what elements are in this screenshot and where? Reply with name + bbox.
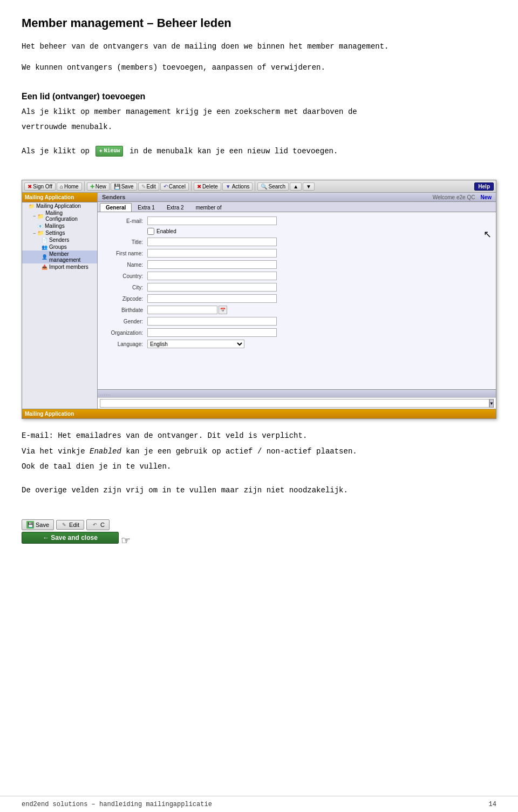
app-sidebar: Mailing Application 📁 Mailing Applicatio… (22, 193, 98, 409)
tab-extra2[interactable]: Extra 2 (161, 203, 190, 212)
save-button[interactable]: 💾 Save (111, 182, 137, 191)
input-birthdate[interactable] (147, 306, 217, 314)
delete-icon: ✖ (197, 184, 201, 190)
edit-button[interactable]: ✎ Edit (138, 182, 159, 191)
label-name: Name: (104, 262, 147, 268)
input-zipcode[interactable] (147, 294, 277, 303)
buttons-image: 💾 Save ✎ Edit ↶ C ← Save and close ☞ (22, 519, 173, 544)
actions-icon: ▼ (226, 184, 231, 190)
main-header: Senders Welcome e2e QC New (98, 193, 496, 202)
form-row-birthdate: Birthdate 📅 (104, 306, 489, 314)
cancel-icon: ↶ (163, 184, 168, 190)
edit-btn[interactable]: ✎ Edit (56, 520, 84, 530)
form-row-city: City: (104, 283, 489, 292)
input-name[interactable] (147, 260, 277, 269)
label-language: Language: (104, 341, 147, 347)
label-country: Country: (104, 273, 147, 279)
help-button[interactable]: Help (474, 182, 494, 191)
input-city[interactable] (147, 283, 277, 292)
folder-icon: 📁 (29, 204, 35, 209)
sidebar-item-import-members[interactable]: 📥 Import members (22, 263, 97, 270)
item-icon-senders: 📄 (42, 238, 47, 243)
select-language[interactable]: English Dutch French German (147, 340, 244, 348)
search-icon: 🔍 (261, 184, 267, 190)
top-buttons-row: 💾 Save ✎ Edit ↶ C (22, 519, 173, 530)
sign-off-icon: ✖ (28, 184, 32, 190)
label-organization: Organization: (104, 330, 147, 336)
sidebar-item-settings[interactable]: − 📁 Settings (22, 229, 97, 236)
new-badge: New (480, 194, 492, 200)
sign-off-button[interactable]: ✖ Sign Off (24, 182, 56, 191)
save-and-close-btn[interactable]: ← Save and close (22, 532, 119, 544)
input-firstname[interactable] (147, 249, 277, 258)
tab-bar: General Extra 1 Extra 2 member of (98, 202, 496, 212)
cursor-arrow: ↖ (483, 228, 492, 240)
label-firstname: First name: (104, 251, 147, 256)
sidebar-item-mailings[interactable]: 📧 Mailings (22, 222, 97, 229)
item-icon-members: 👤 (42, 254, 47, 260)
search-button[interactable]: 🔍 Search (257, 182, 289, 191)
save-close-icon: ← (43, 534, 49, 542)
intro-text-1: Het beheer van de ontvangers van de mail… (22, 41, 496, 52)
toolbar-sep-3 (255, 181, 255, 191)
tab-member-of[interactable]: member of (190, 203, 228, 212)
label-city: City: (104, 285, 147, 290)
cancel-button[interactable]: ↶ Cancel (160, 182, 189, 191)
scrollbar-arrow[interactable]: ▼ (489, 399, 494, 408)
delete-button[interactable]: ✖ Delete (194, 182, 221, 191)
new-button[interactable]: ✚ New (87, 182, 110, 191)
bottom-input-row: ▼ (98, 397, 496, 409)
input-email[interactable] (147, 216, 277, 225)
folder-icon-3: 📁 (37, 230, 44, 236)
form-row-title: Title: (104, 238, 489, 246)
home-button[interactable]: ⌂ Home (57, 182, 82, 191)
input-gender[interactable] (147, 317, 277, 326)
app-bottom-bar: Mailing Application (22, 409, 496, 418)
label-birthdate: Birthdate (104, 307, 147, 313)
tab-general[interactable]: General (100, 203, 132, 212)
label-gender: Gender: (104, 319, 147, 324)
app-body: Mailing Application 📁 Mailing Applicatio… (22, 193, 496, 409)
nav-down-button[interactable]: ▼ (303, 182, 315, 191)
label-enabled: Enabled (156, 228, 176, 234)
nieuwe-button[interactable]: ✚ Nieuw (96, 146, 123, 157)
label-title: Title: (104, 239, 147, 245)
actions-button[interactable]: ▼ Actions (222, 182, 253, 191)
new-icon: ✚ (90, 184, 94, 190)
sidebar-item-mailing-app[interactable]: 📁 Mailing Application (22, 202, 97, 209)
desc-text-5: De overige velden zijn vrij om in te vul… (22, 484, 496, 496)
cancel-btn[interactable]: ↶ C (86, 519, 110, 530)
page-title: Member management – Beheer leden (22, 16, 496, 30)
minus-icon-2: − (33, 231, 36, 236)
tab-extra1[interactable]: Extra 1 (132, 203, 161, 212)
bottom-input[interactable] (100, 399, 489, 408)
app-statusbar: ...... (98, 389, 496, 397)
sidebar-item-mailing-config[interactable]: − 📁 Mailing Configuration (22, 209, 97, 222)
input-title[interactable] (147, 238, 277, 246)
home-icon: ⌂ (60, 184, 63, 190)
sidebar-header: Mailing Application (22, 193, 97, 202)
input-organization[interactable] (147, 328, 277, 337)
status-dots: ...... (100, 391, 111, 396)
minus-icon: − (33, 213, 36, 219)
form-row-name: Name: (104, 260, 489, 269)
checkbox-enabled[interactable] (147, 228, 154, 235)
sidebar-item-member-management[interactable]: 👤 Member management (22, 251, 97, 263)
nav-up-button[interactable]: ▲ (290, 182, 302, 191)
sidebar-item-senders[interactable]: 📄 Senders (22, 236, 97, 243)
save-btn-icon: 💾 (26, 521, 34, 529)
input-country[interactable] (147, 272, 277, 280)
section-title: Een lid (ontvanger) toevoegen (22, 92, 496, 102)
edit-btn-icon: ✎ (61, 522, 67, 528)
label-email: E-mail: (104, 218, 147, 224)
edit-icon: ✎ (141, 184, 146, 190)
footer-right: 14 (489, 801, 496, 808)
calendar-icon-button[interactable]: 📅 (219, 306, 227, 314)
save-close-row: ← Save and close ☞ (22, 531, 173, 544)
body-text-3: Als je klikt op ✚ Nieuw in de menubalk k… (22, 145, 496, 157)
item-icon-import: 📥 (42, 265, 47, 270)
page-footer: end2end solutions – handleiding mailinga… (0, 796, 518, 812)
save-btn[interactable]: 💾 Save (22, 519, 54, 530)
form-row-country: Country: (104, 272, 489, 280)
sidebar-item-groups[interactable]: 👥 Groups (22, 243, 97, 251)
